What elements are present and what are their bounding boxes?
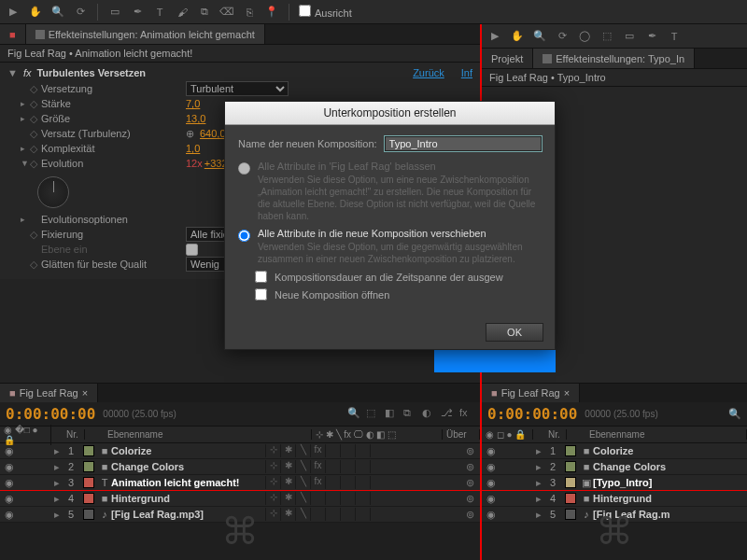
layer-name[interactable]: [Typo_Intro] (593, 477, 747, 488)
label-color[interactable] (565, 509, 576, 520)
zoom-tool-icon[interactable]: 🔍 (532, 29, 547, 44)
option-move-attributes[interactable]: Alle Attribute in die neue Komposition v… (238, 228, 542, 265)
eraser-tool-icon[interactable]: ⌫ (219, 5, 234, 20)
tab-project[interactable]: Projekt (482, 49, 533, 68)
snap-toggle[interactable]: Ausricht (299, 5, 352, 19)
displacement-select[interactable]: Turbulent (186, 81, 289, 96)
layer-name[interactable]: Colorize (593, 445, 747, 456)
eye-icon[interactable]: ◉ (4, 493, 15, 505)
layer-name[interactable]: Change Colors (111, 461, 265, 472)
disclosure-icon[interactable]: ▸ (533, 493, 544, 505)
rect-tool-icon[interactable]: ▭ (107, 5, 122, 20)
text-tool-icon[interactable]: T (152, 5, 167, 20)
label-color[interactable] (565, 493, 576, 504)
selection-tool-icon[interactable]: ▶ (6, 5, 21, 20)
label-color[interactable] (83, 509, 94, 520)
disclosure-icon[interactable]: ▸ (21, 144, 30, 153)
stopwatch-icon[interactable]: ◇ (30, 98, 39, 110)
disclosure-icon[interactable]: ▼ (21, 159, 30, 168)
layer-row[interactable]: ◉▸2■Change Colors (482, 459, 747, 475)
disclosure-icon[interactable]: ▸ (51, 461, 63, 473)
layer-row[interactable]: ◉▸2■Change Colors⊹✱╲fx⊚ (0, 459, 480, 475)
layer-name[interactable]: Animation leicht gemacht! (111, 477, 265, 488)
pin-tool-icon[interactable]: 📍 (264, 5, 279, 20)
label-color[interactable] (83, 477, 94, 488)
search-icon[interactable]: 🔍 (347, 407, 362, 422)
eye-icon[interactable]: ◉ (486, 493, 497, 505)
label-color[interactable] (83, 445, 94, 456)
stopwatch-icon[interactable]: ◇ (30, 158, 39, 170)
disclosure-icon[interactable]: ▸ (51, 493, 63, 505)
reset-link[interactable]: Zurück (413, 67, 444, 78)
check-adjust-duration[interactable]: Kompositionsdauer an die Zeitspanne der … (255, 271, 542, 283)
eye-icon[interactable]: ◉ (4, 445, 15, 457)
tab-effect-controls[interactable]: Effekteinstellungen: Animation leicht ge… (26, 24, 265, 44)
disclosure-icon[interactable]: ▸ (21, 114, 30, 123)
offset-value[interactable]: 640,0 (200, 128, 226, 139)
pen-tool-icon[interactable]: ✒ (130, 5, 145, 20)
pan-tool-icon[interactable]: ⬚ (599, 29, 614, 44)
layer-row[interactable]: ◉▸3▣[Typo_Intro] (482, 475, 747, 491)
eye-icon[interactable]: ◉ (4, 461, 15, 473)
tab-close[interactable]: ■ (0, 24, 26, 44)
timeline-tab[interactable]: ■ Fig Leaf Rag × (0, 384, 98, 402)
eye-icon[interactable]: ◉ (4, 477, 15, 489)
shy-icon[interactable]: ⬚ (366, 407, 381, 422)
check-open-new-comp[interactable]: Neue Komposition öffnen (255, 288, 542, 301)
disclosure-icon[interactable]: ▼ (7, 67, 18, 78)
stopwatch-icon[interactable]: ◇ (30, 143, 39, 155)
timecode[interactable]: 0:00:00:00 (487, 405, 577, 423)
disclosure-icon[interactable]: ▸ (51, 477, 63, 489)
disclosure-icon[interactable]: ▸ (21, 99, 30, 108)
graph-icon[interactable]: ⎇ (441, 407, 456, 422)
hand-tool-icon[interactable]: ✋ (28, 5, 43, 20)
disclosure-icon[interactable]: ▸ (533, 445, 544, 457)
disclosure-icon[interactable]: ▸ (21, 215, 30, 224)
evolution-cycles[interactable]: 12x (186, 158, 203, 169)
label-color[interactable] (565, 445, 576, 456)
label-color[interactable] (83, 493, 94, 504)
frameblend-icon[interactable]: ⧉ (403, 407, 418, 422)
layer-name[interactable]: Colorize (111, 445, 265, 456)
parent-pickwhip-icon[interactable]: ⊚ (466, 509, 474, 521)
timecode[interactable]: 0:00:00:00 (6, 405, 95, 423)
brush-tool-icon[interactable]: 🖌 (175, 5, 190, 20)
search-icon[interactable]: 🔍 (728, 408, 741, 420)
stamp-tool-icon[interactable]: ⧉ (197, 5, 212, 20)
rotate-tool-icon[interactable]: ⟳ (73, 5, 88, 20)
rotate-tool-icon[interactable]: ⟳ (555, 29, 570, 44)
layer-row[interactable]: ◉▸4■Hintergrund (482, 491, 747, 507)
parent-pickwhip-icon[interactable]: ⊚ (466, 461, 474, 473)
eye-icon[interactable]: ◉ (486, 445, 497, 457)
timeline-tab[interactable]: ■ Fig Leaf Rag × (482, 384, 580, 402)
disclosure-icon[interactable]: ▸ (533, 509, 544, 521)
fx-switch-icon[interactable]: fx (459, 407, 474, 422)
layer-name[interactable]: Change Colors (593, 461, 747, 472)
radio-move[interactable] (238, 230, 250, 242)
amount-value[interactable]: 7,0 (186, 98, 200, 109)
moblur-icon[interactable]: ◐ (422, 407, 437, 422)
layer-row[interactable]: ◉▸3TAnimation leicht gemacht!⊹✱╲fx⊚ (0, 475, 480, 491)
label-color[interactable] (83, 461, 94, 472)
rect-tool-icon[interactable]: ▭ (622, 29, 637, 44)
parent-pickwhip-icon[interactable]: ⊚ (466, 493, 474, 505)
eye-icon[interactable]: ◉ (486, 477, 497, 489)
label-color[interactable] (565, 477, 576, 488)
zoom-tool-icon[interactable]: 🔍 (50, 5, 65, 20)
disclosure-icon[interactable]: ▸ (533, 477, 544, 489)
stopwatch-icon[interactable]: ◇ (30, 229, 39, 241)
evolution-dial[interactable] (37, 176, 69, 208)
ok-button[interactable]: OK (486, 323, 543, 342)
stopwatch-icon[interactable]: ◇ (30, 128, 39, 140)
stopwatch-icon[interactable]: ◇ (30, 83, 39, 95)
label-color[interactable] (565, 461, 576, 472)
eye-icon[interactable]: ◉ (4, 509, 15, 521)
layer-row[interactable]: ◉▸1■Colorize⊹✱╲fx⊚ (0, 443, 480, 459)
layer-name[interactable]: Hintergrund (593, 493, 747, 504)
parent-pickwhip-icon[interactable]: ⊚ (466, 477, 474, 489)
disclosure-icon[interactable]: ▸ (51, 509, 63, 521)
stopwatch-icon[interactable]: ◇ (30, 259, 39, 271)
info-link[interactable]: Inf (461, 67, 472, 78)
selection-tool-icon[interactable]: ▶ (487, 29, 502, 44)
text-tool-icon[interactable]: T (667, 29, 682, 44)
